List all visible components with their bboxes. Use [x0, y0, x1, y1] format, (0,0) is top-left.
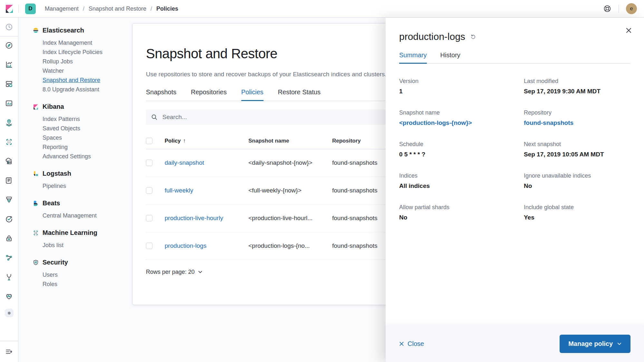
tab-restore-status[interactable]: Restore Status: [278, 88, 321, 101]
header-divider: [18, 5, 19, 13]
column-header-snapshot-name[interactable]: Snapshot name: [248, 138, 332, 144]
logs-icon: [5, 176, 13, 185]
row-checkbox[interactable]: [146, 187, 152, 194]
sidebar-item-reporting[interactable]: Reporting: [43, 143, 130, 152]
snapshot-name-cell: <full-weekly-{now}>: [248, 187, 332, 194]
sidebar-item-saved-objects[interactable]: Saved Objects: [43, 124, 130, 133]
sidebar-item-jobs-list[interactable]: Jobs list: [43, 241, 130, 250]
select-all-checkbox[interactable]: [146, 138, 152, 144]
nav-dev-tools[interactable]: [5, 273, 14, 281]
detail-last-modified: Last modified Sep 17, 2019 9:30 AM MDT: [524, 78, 630, 95]
collapse-arrow-icon: [5, 348, 13, 356]
nav-maps[interactable]: [5, 118, 14, 127]
detail-repository: Repository found-snapshots: [524, 109, 630, 126]
sidebar-item-advanced-settings[interactable]: Advanced Settings: [43, 152, 130, 161]
flyout-tab-summary[interactable]: Summary: [399, 51, 427, 63]
section-title: Elasticsearch: [43, 27, 84, 34]
detail-next-snapshot: Next snapshot Sep 17, 2019 10:05 AM MDT: [524, 141, 630, 158]
nav-apm[interactable]: [5, 253, 14, 262]
policy-link[interactable]: production-logs: [165, 242, 207, 249]
recently-viewed-button[interactable]: [5, 23, 14, 31]
sidebar-item-watcher[interactable]: Watcher: [43, 66, 130, 76]
column-header-policy[interactable]: Policy↑: [165, 138, 248, 144]
user-avatar[interactable]: e: [626, 3, 637, 14]
snapshot-name-cell: <production-live-hourl...: [248, 215, 332, 222]
tab-snapshots[interactable]: Snapshots: [146, 88, 177, 101]
nav-siem[interactable]: [5, 234, 14, 243]
chevron-down-icon: [197, 269, 203, 275]
detail-allow-partial-shards: Allow partial shards No: [399, 204, 524, 221]
nav-canvas[interactable]: [5, 99, 14, 107]
detail-version: Version 1: [399, 78, 524, 95]
nav-discover[interactable]: [5, 41, 14, 50]
nav-uptime[interactable]: [5, 215, 14, 223]
nav-dashboard[interactable]: [5, 79, 14, 88]
machine-learning-section-icon: [33, 230, 39, 236]
policy-link[interactable]: daily-snapshot: [165, 159, 204, 166]
sidebar-item-spaces[interactable]: Spaces: [43, 133, 130, 143]
space-badge[interactable]: D: [25, 4, 36, 14]
tab-policies[interactable]: Policies: [241, 88, 264, 101]
chevron-down-icon: [617, 341, 622, 346]
sidebar-item-pipelines[interactable]: Pipelines: [43, 181, 130, 191]
top-header-bar: D Management Snapshot and Restore Polici…: [0, 0, 644, 18]
flyout-tabs: Summary History: [399, 51, 630, 64]
reload-policy-button[interactable]: [470, 34, 476, 40]
snapshot-name-cell: <production-logs-{no...: [248, 242, 332, 249]
manage-policy-button[interactable]: Manage policy: [560, 335, 630, 353]
sidebar-item-upgrade-assistant[interactable]: 8.0 Upgrade Assistant: [43, 85, 130, 94]
nav-machine-learning[interactable]: [5, 137, 14, 146]
sidebar-item-users[interactable]: Users: [43, 270, 130, 280]
sidebar-section-elasticsearch: Elasticsearch Index Management Index Lif…: [33, 27, 130, 94]
bar-chart-icon: [5, 60, 13, 69]
flyout-tab-history[interactable]: History: [440, 51, 460, 63]
nav-logs[interactable]: [5, 176, 14, 185]
tab-repositories[interactable]: Repositories: [191, 88, 227, 101]
map-pin-icon: [5, 118, 13, 127]
policy-details-flyout: production-logs Summary History Version …: [386, 18, 644, 362]
dashboard-icon: [5, 80, 13, 88]
wrench-icon: [5, 273, 13, 281]
nav-infrastructure[interactable]: [5, 157, 14, 165]
flyout-close-button[interactable]: [624, 26, 633, 36]
policy-link[interactable]: production-live-hourly: [165, 215, 223, 221]
nav-visualize[interactable]: [5, 60, 14, 69]
breadcrumb-snapshot-restore[interactable]: Snapshot and Restore: [89, 5, 146, 12]
detail-schedule: Schedule 0 5 * * * ?: [399, 141, 524, 158]
detail-indices: Indices All indices: [399, 172, 524, 190]
canvas-icon: [5, 99, 13, 107]
sidebar-item-snapshot-and-restore[interactable]: Snapshot and Restore: [43, 76, 130, 85]
nav-stack-monitoring[interactable]: [5, 292, 14, 301]
management-sidebar: Elasticsearch Index Management Index Lif…: [18, 18, 130, 362]
close-flyout-link[interactable]: Close: [399, 340, 424, 348]
collapse-nav-button[interactable]: [5, 347, 14, 356]
kibana-logo[interactable]: [0, 4, 18, 14]
close-icon: [626, 27, 632, 33]
section-title: Beats: [43, 200, 60, 207]
cloud-server-icon: [5, 157, 13, 165]
rows-per-page-selector[interactable]: Rows per page: 20: [146, 269, 203, 275]
row-checkbox[interactable]: [146, 243, 152, 249]
close-icon: [399, 341, 404, 346]
sidebar-item-index-lifecycle-policies[interactable]: Index Lifecycle Policies: [43, 48, 130, 57]
breadcrumb-management[interactable]: Management: [45, 5, 79, 12]
help-button[interactable]: [603, 5, 611, 13]
sidebar-item-roles[interactable]: Roles: [43, 280, 130, 289]
sidebar-item-index-management[interactable]: Index Management: [43, 38, 130, 48]
row-checkbox[interactable]: [146, 215, 152, 221]
sidebar-item-rollup-jobs[interactable]: Rollup Jobs: [43, 57, 130, 66]
kibana-logo-icon: [4, 4, 14, 14]
row-checkbox[interactable]: [146, 160, 152, 166]
sidebar-item-central-management[interactable]: Central Management: [43, 211, 130, 220]
sidebar-item-index-patterns[interactable]: Index Patterns: [43, 115, 130, 124]
repository-link[interactable]: found-snapshots: [524, 119, 630, 126]
sidebar-section-machine-learning: Machine Learning Jobs list: [33, 229, 130, 250]
beats-logo-icon: [33, 200, 39, 207]
nav-management[interactable]: [5, 309, 14, 317]
nav-metrics[interactable]: [5, 195, 14, 204]
snapshot-name-link[interactable]: <production-logs-{now}>: [399, 119, 524, 126]
help-icon: [603, 5, 611, 13]
detail-ignore-unavailable: Ignore unavailable indices No: [524, 172, 630, 190]
policy-link[interactable]: full-weekly: [165, 187, 193, 194]
sidebar-section-logstash: Logstash Pipelines: [33, 170, 130, 191]
